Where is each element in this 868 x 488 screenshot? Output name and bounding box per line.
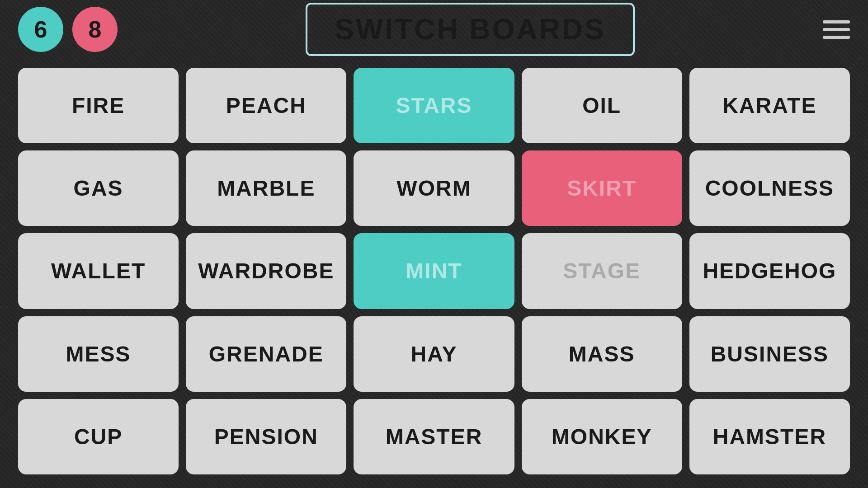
word-button-mint[interactable]: MINT <box>354 233 514 309</box>
word-button-mess[interactable]: MESS <box>18 316 179 392</box>
word-button-business[interactable]: BUSINESS <box>689 316 850 392</box>
word-grid: FIREPEACHSTARSOILKARATEGASMARBLEWORMSKIR… <box>0 59 868 488</box>
menu-line-1 <box>823 20 850 23</box>
word-button-pension[interactable]: PENSION <box>186 399 346 474</box>
word-button-hamster[interactable]: HAMSTER <box>689 399 850 474</box>
word-button-gas[interactable]: GAS <box>18 150 179 226</box>
word-button-master[interactable]: MASTER <box>354 399 514 474</box>
word-button-worm[interactable]: WORM <box>354 150 514 226</box>
word-button-wardrobe[interactable]: WARDROBE <box>186 233 346 309</box>
word-button-oil[interactable]: OIL <box>522 68 682 143</box>
header: 6 8 SWITCH BOARDS <box>0 0 868 59</box>
word-button-hedgehog[interactable]: HEDGEHOG <box>689 233 850 309</box>
word-button-stage[interactable]: STAGE <box>522 233 682 309</box>
menu-button[interactable] <box>823 20 850 39</box>
word-button-stars[interactable]: STARS <box>354 68 514 143</box>
word-button-monkey[interactable]: MONKEY <box>522 399 682 474</box>
word-button-marble[interactable]: MARBLE <box>186 150 346 226</box>
word-button-peach[interactable]: PEACH <box>186 68 346 143</box>
score-2: 8 <box>72 7 118 52</box>
word-button-wallet[interactable]: WALLET <box>18 233 179 309</box>
word-button-mass[interactable]: MASS <box>522 316 682 392</box>
title-box: SWITCH BOARDS <box>306 3 635 56</box>
title-text: SWITCH BOARDS <box>335 13 606 46</box>
word-button-skirt[interactable]: SKIRT <box>522 150 682 226</box>
word-button-karate[interactable]: KARATE <box>689 68 850 143</box>
word-button-cup[interactable]: CUP <box>18 399 179 474</box>
score-1: 6 <box>18 7 63 52</box>
word-button-hay[interactable]: HAY <box>354 316 514 392</box>
menu-line-2 <box>823 28 850 31</box>
word-button-coolness[interactable]: COOLNESS <box>689 150 850 226</box>
word-button-fire[interactable]: FIRE <box>18 68 179 143</box>
score-area: 6 8 <box>18 7 118 52</box>
menu-line-3 <box>823 36 850 39</box>
word-button-grenade[interactable]: GRENADE <box>186 316 346 392</box>
